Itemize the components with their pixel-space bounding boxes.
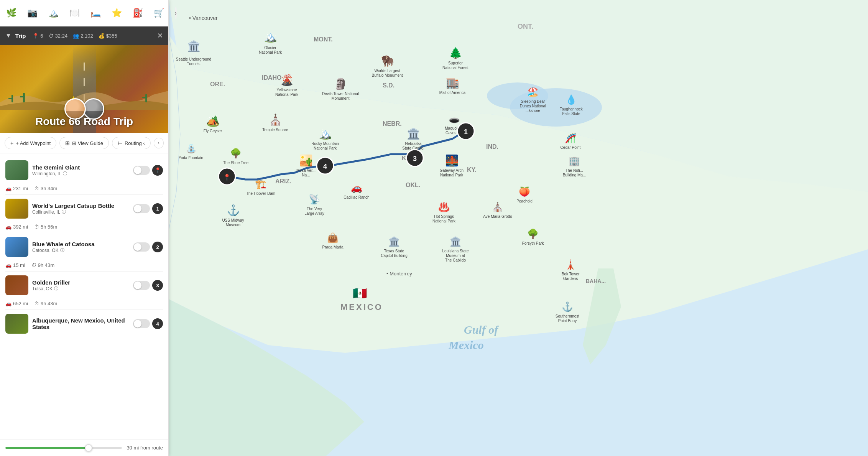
svg-text:MEXICO: MEXICO — [340, 302, 383, 312]
info-icon: ⓘ — [60, 247, 64, 253]
waypoint-info: Blue Whale of Catoosa Catoosa, OK ⓘ — [32, 241, 129, 253]
distance-slider-track[interactable] — [5, 447, 122, 449]
toggle-knob — [134, 320, 141, 328]
waypoint-toggle-area: 4 — [133, 318, 163, 329]
svg-text:🏕️: 🏕️ — [206, 115, 220, 127]
svg-text:4: 4 — [323, 163, 327, 170]
waypoint-toggle[interactable] — [133, 166, 150, 175]
guide-icon: ⊞ — [65, 140, 70, 146]
plus-icon: + — [10, 140, 13, 146]
svg-text:Fly Geyser: Fly Geyser — [204, 129, 222, 133]
nature-icon[interactable]: 🌿 — [6, 5, 16, 21]
drive-duration: ⏱ 9h 43m — [31, 262, 54, 268]
svg-text:ARIZ.: ARIZ. — [275, 178, 291, 184]
svg-text:National Park: National Park — [275, 92, 299, 97]
svg-rect-120 — [23, 93, 25, 102]
waypoint-info: Golden Driller Tulsa, OK ⓘ — [32, 279, 129, 291]
svg-text:🌉: 🌉 — [445, 154, 459, 167]
cost-stat: 💰 $355 — [99, 33, 117, 39]
more-icons-button[interactable]: › — [175, 7, 177, 19]
drive-distance: 🚗 15 mi — [5, 262, 25, 268]
svg-text:Sleeping Bear: Sleeping Bear — [521, 99, 545, 104]
svg-text:Cedar Point: Cedar Point — [561, 145, 581, 150]
clock-icon: ⏱ — [34, 186, 39, 191]
svg-text:🕳️: 🕳️ — [449, 113, 460, 124]
svg-text:🏔️: 🏔️ — [319, 127, 332, 140]
svg-text:ONT.: ONT. — [518, 23, 533, 30]
svg-text:Museum: Museum — [226, 223, 240, 227]
svg-text:Dunes National: Dunes National — [520, 104, 546, 108]
drive-distance: 🚗 231 mi — [5, 186, 28, 191]
info-icon: ⓘ — [63, 171, 67, 176]
waypoint-row: Albuquerque, New Mexico, United States 4 — [5, 310, 163, 337]
collapse-button[interactable]: ▼ — [5, 32, 12, 39]
waypoint-number: 2 — [152, 242, 163, 252]
svg-text:National Park: National Park — [259, 50, 282, 54]
svg-text:Seattle Underground: Seattle Underground — [176, 57, 211, 61]
car-icon: 🚗 — [5, 186, 12, 191]
waypoint-toggle-area: 1 — [133, 203, 163, 214]
toggle-knob — [134, 243, 141, 251]
waypoint-toggle[interactable] — [133, 281, 150, 290]
star-icon[interactable]: ⭐ — [112, 5, 122, 21]
svg-text:🌳: 🌳 — [230, 148, 242, 159]
svg-text:The Hoover Dam: The Hoover Dam — [246, 191, 275, 196]
add-waypoint-button[interactable]: + + Add Waypoint — [5, 137, 56, 149]
svg-text:🌋: 🌋 — [280, 74, 294, 86]
waypoint-location: Wilmington, IL ⓘ — [32, 171, 129, 176]
distance-slider-thumb[interactable] — [85, 444, 92, 452]
waypoint-thumbnail — [5, 199, 28, 219]
waypoint-toggle[interactable] — [133, 242, 150, 252]
svg-text:Temple Square: Temple Square — [262, 128, 288, 132]
close-button[interactable]: ✕ — [157, 31, 163, 40]
svg-text:⛲: ⛲ — [186, 143, 197, 154]
shopping-icon[interactable]: 🛒 — [154, 5, 164, 21]
waypoint-row: World's Largest Catsup Bottle Collinsvil… — [5, 195, 163, 222]
distance-stat: 👥 2,102 — [73, 33, 93, 39]
fuel-icon[interactable]: ⛽ — [133, 5, 143, 21]
waypoint-toggle[interactable] — [133, 204, 150, 213]
svg-text:• Monterrey: • Monterrey — [386, 271, 412, 277]
stops-stat: 📍 6 — [33, 33, 43, 39]
distance-slider-row: 30 mi from route — [0, 439, 168, 456]
duration-value: 9h 43m — [41, 301, 57, 306]
toggle-knob — [134, 205, 141, 212]
svg-text:1: 1 — [464, 128, 468, 136]
svg-text:The Cabildo: The Cabildo — [445, 258, 466, 262]
distance-slider-label: 30 mi from route — [127, 445, 163, 451]
waypoint-item: World's Largest Catsup Bottle Collinsvil… — [0, 195, 168, 233]
toggle-knob — [134, 166, 141, 174]
svg-text:♨️: ♨️ — [438, 201, 450, 212]
svg-text:Monument: Monument — [331, 96, 349, 100]
distance-value: 2,102 — [81, 33, 93, 39]
svg-text:Ave Maria Grotto: Ave Maria Grotto — [483, 214, 512, 219]
waypoint-toggle-area: 3 — [133, 280, 163, 291]
waypoint-location: Collinsville, IL ⓘ — [32, 209, 129, 215]
svg-rect-121 — [20, 96, 25, 97]
svg-text:👜: 👜 — [327, 232, 339, 243]
svg-text:Yoda Fountain: Yoda Fountain — [179, 156, 203, 160]
waypoint-name: The Gemini Giant — [32, 164, 129, 171]
mountain-icon[interactable]: 🏔️ — [48, 5, 59, 21]
svg-text:🌳: 🌳 — [527, 228, 539, 239]
svg-text:🇲🇽: 🇲🇽 — [353, 286, 367, 300]
trip-label: Trip — [15, 33, 26, 39]
svg-text:Gulf of: Gulf of — [464, 323, 499, 336]
clock-icon: ⏱ — [31, 262, 36, 268]
view-guide-button[interactable]: ⊞ ⊞ View Guide — [59, 137, 109, 149]
svg-text:🍑: 🍑 — [519, 186, 530, 197]
svg-text:Worlds Largest: Worlds Largest — [374, 69, 400, 73]
svg-text:🏢: 🏢 — [569, 155, 580, 166]
camera-icon[interactable]: 📷 — [27, 5, 38, 21]
waypoint-thumbnail — [5, 275, 28, 295]
restaurant-icon[interactable]: 🍽️ — [69, 5, 80, 21]
more-actions-button[interactable]: › — [154, 138, 164, 148]
drive-distance: 🚗 652 mi — [5, 301, 28, 306]
lodging-icon[interactable]: 🛏️ — [90, 5, 101, 21]
waypoint-toggle[interactable] — [133, 319, 150, 328]
duration-value: 3h 34m — [41, 186, 57, 191]
car-icon: 🚗 — [5, 262, 12, 268]
svg-text:IDAHO: IDAHO — [262, 74, 282, 81]
routing-button[interactable]: ⊢ Routing ‹ — [112, 137, 151, 149]
distance-value: 231 mi — [13, 186, 28, 191]
